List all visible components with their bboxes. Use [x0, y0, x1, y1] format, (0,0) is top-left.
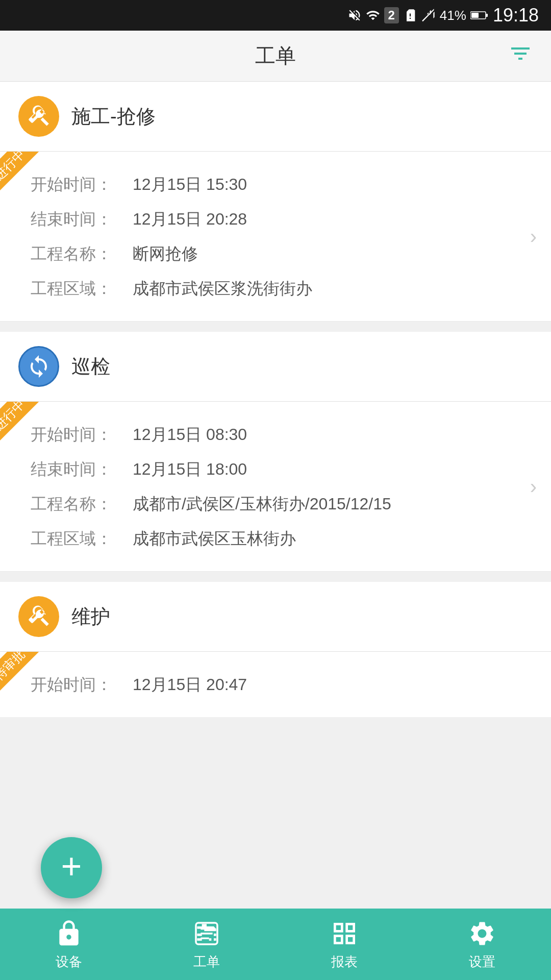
fab-add-button[interactable]: +	[41, 837, 102, 898]
fab-plus-icon: +	[61, 848, 82, 884]
list-icon	[192, 919, 221, 948]
work-card-patrol[interactable]: 进行中 开始时间： 12月15日 08:30 结束时间： 12月15日 18:0…	[0, 402, 551, 572]
wifi-icon	[366, 8, 380, 22]
project-name-row-2: 工程名称： 成都市/武侯区/玉林街办/2015/12/15	[31, 486, 510, 521]
section-title-maintenance: 维护	[71, 604, 110, 630]
signal-off-icon	[421, 8, 436, 22]
grid-icon	[330, 919, 359, 948]
project-value-2: 成都市/武侯区/玉林街办/2015/12/15	[133, 492, 510, 516]
section-header-construction: 施工-抢修	[0, 82, 551, 152]
start-time-row-1: 开始时间： 12月15日 15:30	[31, 167, 510, 202]
start-value-3: 12月15日 20:47	[133, 672, 510, 697]
work-card-construction[interactable]: 进行中 开始时间： 12月15日 15:30 结束时间： 12月15日 20:2…	[0, 152, 551, 322]
area-label-2: 工程区域：	[31, 526, 133, 551]
end-label-2: 结束时间：	[31, 457, 133, 481]
clock: 19:18	[493, 5, 539, 26]
end-time-row-1: 结束时间： 12月15日 20:28	[31, 202, 510, 236]
page-header: 工单	[0, 31, 551, 82]
page-title: 工单	[255, 42, 296, 70]
status-ribbon-construction: 进行中	[0, 152, 47, 199]
sim-badge: 2	[384, 7, 399, 23]
nav-icon-devices	[54, 918, 84, 949]
status-ribbon-maintenance: 待审批	[0, 652, 47, 699]
section-header-patrol: 巡检	[0, 332, 551, 402]
start-time-row-3: 开始时间： 12月15日 20:47	[31, 667, 510, 702]
bottom-navigation: 设备 工单 报表 设置	[0, 909, 551, 980]
section-construction: 施工-抢修 进行中 开始时间： 12月15日 15:30 结束时间： 12月15…	[0, 82, 551, 322]
simcard-icon	[403, 8, 417, 22]
area-value-2: 成都市武侯区玉林街办	[133, 526, 510, 551]
nav-label-workorder: 工单	[193, 953, 220, 971]
status-ribbon-patrol: 进行中	[0, 402, 47, 449]
section-title-construction: 施工-抢修	[71, 104, 156, 130]
status-icons: 2 41% 19:18	[347, 5, 539, 26]
battery-icon	[470, 8, 489, 22]
gap-1	[0, 322, 551, 332]
gear-icon	[468, 919, 496, 948]
nav-icon-workorder	[191, 918, 222, 949]
end-time-row-2: 结束时间： 12月15日 18:00	[31, 452, 510, 486]
start-value-1: 12月15日 15:30	[133, 172, 510, 197]
status-bar: 2 41% 19:18	[0, 0, 551, 31]
ribbon-label-construction: 进行中	[0, 152, 41, 197]
project-value-1: 断网抢修	[133, 241, 510, 266]
nav-icon-settings	[467, 918, 497, 949]
construction-icon-circle	[18, 96, 59, 137]
work-card-maintenance[interactable]: 待审批 开始时间： 12月15日 20:47	[0, 652, 551, 717]
start-time-row-2: 开始时间： 12月15日 08:30	[31, 417, 510, 452]
nav-item-report[interactable]: 报表	[276, 918, 413, 971]
patrol-icon-circle	[18, 346, 59, 387]
end-label-1: 结束时间：	[31, 207, 133, 231]
project-label-2: 工程名称：	[31, 492, 133, 516]
maintenance-wrench-icon	[27, 604, 51, 629]
wrench-icon	[27, 104, 51, 129]
chevron-right-2: ›	[530, 475, 537, 498]
project-name-row-1: 工程名称： 断网抢修	[31, 236, 510, 271]
svg-rect-1	[486, 14, 488, 17]
maintenance-icon-circle	[18, 596, 59, 637]
nav-label-devices: 设备	[56, 953, 82, 971]
section-patrol: 巡检 进行中 开始时间： 12月15日 08:30 结束时间： 12月15日 1…	[0, 332, 551, 572]
area-label-1: 工程区域：	[31, 276, 133, 301]
ribbon-label-maintenance: 待审批	[0, 652, 41, 697]
project-area-row-2: 工程区域： 成都市武侯区玉林街办	[31, 521, 510, 556]
ribbon-label-patrol: 进行中	[0, 402, 41, 447]
end-value-1: 12月15日 20:28	[133, 207, 510, 231]
project-area-row-1: 工程区域： 成都市武侯区浆洗街街办	[31, 271, 510, 306]
section-maintenance: 维护 待审批 开始时间： 12月15日 20:47	[0, 582, 551, 717]
nav-item-workorder[interactable]: 工单	[138, 918, 276, 971]
section-header-maintenance: 维护	[0, 582, 551, 652]
filter-icon	[508, 41, 533, 66]
battery-level: 41%	[440, 8, 466, 23]
svg-rect-2	[471, 13, 479, 18]
refresh-icon	[27, 354, 51, 379]
nav-label-report: 报表	[331, 953, 358, 971]
project-label-1: 工程名称：	[31, 241, 133, 266]
area-value-1: 成都市武侯区浆洗街街办	[133, 276, 510, 301]
end-value-2: 12月15日 18:00	[133, 457, 510, 481]
lock-icon	[55, 919, 83, 948]
chevron-right-1: ›	[530, 225, 537, 248]
nav-item-devices[interactable]: 设备	[0, 918, 138, 971]
section-title-patrol: 巡检	[71, 354, 110, 380]
mute-icon	[347, 8, 362, 22]
gap-2	[0, 572, 551, 582]
nav-label-settings: 设置	[469, 953, 495, 971]
start-value-2: 12月15日 08:30	[133, 422, 510, 447]
nav-item-settings[interactable]: 设置	[413, 918, 551, 971]
filter-button[interactable]	[508, 41, 533, 71]
nav-icon-report	[329, 918, 360, 949]
